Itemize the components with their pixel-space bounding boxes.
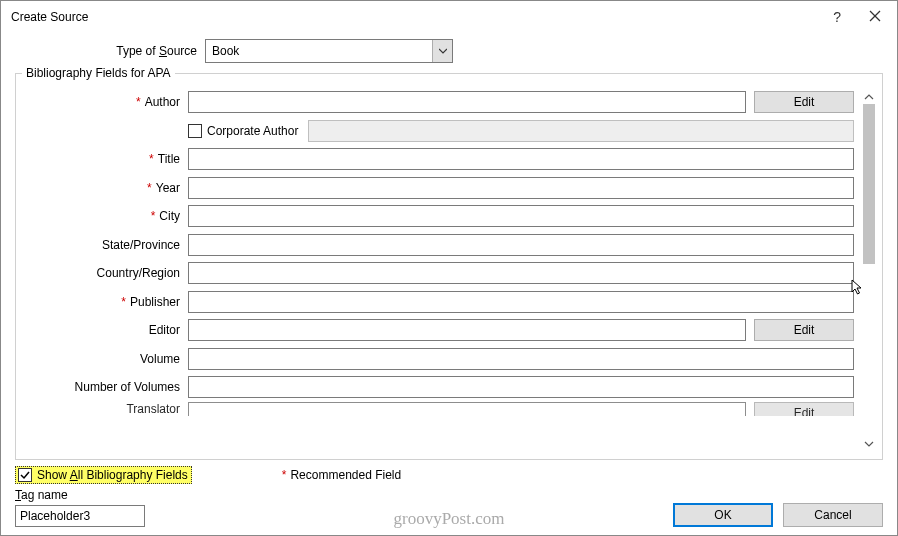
ok-button[interactable]: OK — [673, 503, 773, 527]
field-label: State/Province — [26, 238, 188, 252]
field-row: TranslatorEdit — [26, 402, 854, 416]
corporate-author-input[interactable] — [308, 120, 854, 142]
help-icon[interactable]: ? — [833, 10, 841, 24]
edit-button[interactable]: Edit — [754, 319, 854, 341]
fields-pane: *AuthorEditCorporate Author*Title*Year*C… — [20, 86, 860, 455]
field-row: State/Province — [26, 231, 854, 260]
author-input[interactable] — [188, 91, 746, 113]
field-label: Country/Region — [26, 266, 188, 280]
scrollbar[interactable] — [860, 86, 878, 455]
edit-button[interactable]: Edit — [754, 402, 854, 416]
source-type-row: Type of Source Book — [15, 39, 883, 63]
publisher-input[interactable] — [188, 291, 854, 313]
scroll-thumb[interactable] — [863, 104, 875, 264]
edit-button[interactable]: Edit — [754, 91, 854, 113]
scroll-up-icon[interactable] — [862, 90, 876, 104]
corporate-author-label: Corporate Author — [207, 124, 298, 138]
cancel-button[interactable]: Cancel — [783, 503, 883, 527]
bibliography-fieldset: Bibliography Fields for APA *AuthorEditC… — [15, 73, 883, 460]
state-province-input[interactable] — [188, 234, 854, 256]
title-input[interactable] — [188, 148, 854, 170]
tag-label: Tag name — [15, 488, 145, 502]
scroll-down-icon[interactable] — [862, 437, 876, 451]
field-row: *Publisher — [26, 288, 854, 317]
city-input[interactable] — [188, 205, 854, 227]
source-type-label: Type of Source — [15, 44, 205, 58]
number-of-volumes-input[interactable] — [188, 376, 854, 398]
dropdown-chevron-icon[interactable] — [432, 40, 452, 62]
field-label: Editor — [26, 323, 188, 337]
translator-input[interactable] — [188, 402, 746, 416]
create-source-dialog: Create Source ? Type of Source Book Bibl… — [0, 0, 898, 536]
field-row: *City — [26, 202, 854, 231]
tag-name-input[interactable]: Placeholder3 — [15, 505, 145, 527]
volume-input[interactable] — [188, 348, 854, 370]
field-row: Volume — [26, 345, 854, 374]
field-label: Volume — [26, 352, 188, 366]
source-type-value: Book — [212, 44, 239, 58]
field-row: *Title — [26, 145, 854, 174]
field-row: EditorEdit — [26, 316, 854, 345]
field-label: *Publisher — [26, 295, 188, 309]
source-type-dropdown[interactable]: Book — [205, 39, 453, 63]
tag-section: Tag name Placeholder3 — [15, 488, 145, 527]
window-title: Create Source — [11, 10, 833, 24]
field-label: *Title — [26, 152, 188, 166]
show-all-fields-checkbox[interactable]: Show All Bibliography Fields — [15, 466, 192, 484]
checkbox-icon — [18, 468, 32, 482]
field-label: Translator — [26, 402, 188, 416]
show-all-label: Show All Bibliography Fields — [37, 468, 188, 482]
field-label: *City — [26, 209, 188, 223]
close-icon[interactable] — [869, 10, 881, 24]
corporate-author-row: Corporate Author — [26, 117, 854, 146]
scroll-track[interactable] — [863, 104, 875, 437]
field-row: *Year — [26, 174, 854, 203]
country-region-input[interactable] — [188, 262, 854, 284]
editor-input[interactable] — [188, 319, 746, 341]
field-label: Number of Volumes — [26, 380, 188, 394]
recommended-note: *Recommended Field — [282, 468, 401, 482]
titlebar: Create Source ? — [1, 1, 897, 33]
field-row: Country/Region — [26, 259, 854, 288]
fieldset-legend: Bibliography Fields for APA — [22, 66, 175, 80]
field-row: *AuthorEdit — [26, 88, 854, 117]
field-label: *Year — [26, 181, 188, 195]
year-input[interactable] — [188, 177, 854, 199]
field-row: Number of Volumes — [26, 373, 854, 402]
corporate-author-checkbox[interactable] — [188, 124, 202, 138]
field-label: *Author — [26, 95, 188, 109]
